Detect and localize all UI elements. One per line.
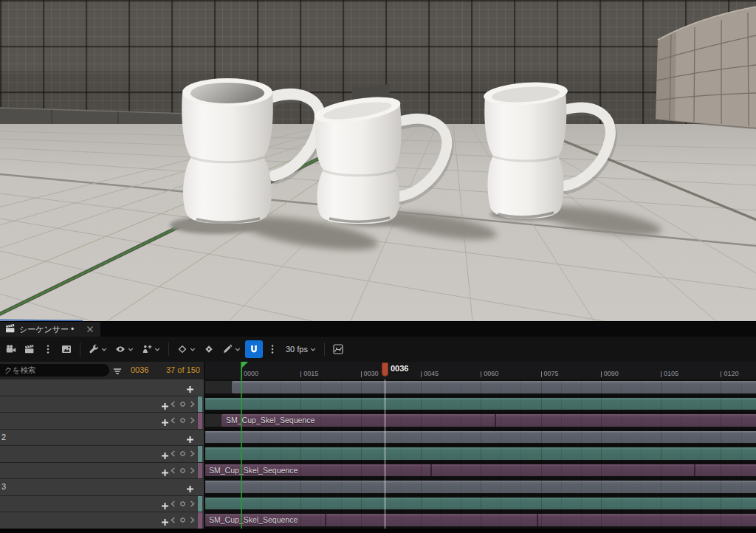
section-divider[interactable] xyxy=(430,464,432,477)
section-divider[interactable] xyxy=(537,514,538,526)
unreal-editor-window: シーケンサー • 30 fps クを検索 0036 37 of 150 0036… xyxy=(0,0,756,533)
next-key-button[interactable] xyxy=(189,450,196,457)
add-key-button[interactable] xyxy=(179,517,186,523)
fps-label: 30 fps xyxy=(286,345,308,354)
pencil-button[interactable] xyxy=(219,340,244,358)
track-area[interactable]: SM_Cup_Skel_SequenceSM_Cup_Skel_Sequence… xyxy=(204,379,756,529)
animation-section-bar[interactable]: SM_Cup_Skel_Sequence xyxy=(221,414,756,427)
add-track-button[interactable] xyxy=(161,416,169,430)
timeline-gridline xyxy=(481,379,481,529)
playhead-pin[interactable] xyxy=(382,362,388,376)
filter-match-count: 37 of 150 xyxy=(166,365,200,374)
next-key-button[interactable] xyxy=(189,417,196,424)
add-track-button[interactable] xyxy=(161,450,169,463)
outliner-object-row[interactable]: 3 xyxy=(0,479,204,496)
add-track-button[interactable] xyxy=(161,516,169,529)
keyframe-nav xyxy=(170,450,196,457)
previous-key-button[interactable] xyxy=(170,401,176,408)
dots-vertical-icon xyxy=(267,344,278,354)
timeline-gridline xyxy=(641,379,642,529)
outliner-track-row[interactable] xyxy=(0,446,204,463)
curve-editor-button[interactable] xyxy=(329,340,347,358)
keyframe-nav xyxy=(170,467,196,474)
outliner-track-row[interactable] xyxy=(0,413,204,430)
section-label: SM_Cup_Skel_Sequence xyxy=(221,414,756,427)
tick-label: 0000 xyxy=(244,371,258,377)
fps-dropdown[interactable]: 30 fps xyxy=(282,340,320,358)
add-track-button[interactable] xyxy=(186,383,194,396)
filter-icon[interactable] xyxy=(113,365,122,379)
key-diamond-icon xyxy=(204,344,214,354)
section-divider[interactable] xyxy=(325,514,326,526)
track-row-label: 3 xyxy=(1,482,6,491)
chevron-down-icon xyxy=(310,347,316,352)
timeline-gridline xyxy=(381,379,382,529)
next-key-button[interactable] xyxy=(189,467,196,474)
curve-editor-icon xyxy=(333,344,343,354)
playback-start-line xyxy=(241,379,242,529)
timeline-gridline xyxy=(441,379,441,529)
diamond-button[interactable] xyxy=(173,340,199,358)
ruler-tick: 0120 xyxy=(721,371,738,377)
section-divider[interactable] xyxy=(694,464,695,477)
cine-camera-button[interactable] xyxy=(2,340,20,358)
outliner-object-row[interactable] xyxy=(0,379,204,396)
add-track-button[interactable] xyxy=(161,467,169,480)
previous-key-button[interactable] xyxy=(170,417,176,424)
add-key-button[interactable] xyxy=(179,401,186,408)
add-track-button[interactable] xyxy=(186,433,194,447)
render-movie-button[interactable] xyxy=(58,340,75,358)
ruler-tick: 0075 xyxy=(541,371,559,377)
next-key-button[interactable] xyxy=(189,401,196,408)
dots-vertical-icon xyxy=(43,344,53,354)
previous-key-button[interactable] xyxy=(170,517,176,523)
next-key-button[interactable] xyxy=(189,501,196,507)
level-viewport[interactable] xyxy=(0,0,756,321)
dots-vertical-button[interactable] xyxy=(264,340,281,358)
purple-track-color-strip xyxy=(198,463,202,479)
gray-track-bar[interactable] xyxy=(232,381,756,393)
toolbar-separator xyxy=(168,343,169,356)
ruler-tick: 0015 xyxy=(300,371,318,377)
outliner-track-row[interactable] xyxy=(0,512,204,529)
add-track-button[interactable] xyxy=(161,400,169,413)
tick-mark xyxy=(361,371,362,377)
search-input[interactable]: クを検索 xyxy=(0,364,109,376)
clapperboard-button[interactable] xyxy=(21,340,38,358)
add-key-button[interactable] xyxy=(179,417,186,424)
current-frame-value[interactable]: 0036 xyxy=(131,365,148,374)
section-divider[interactable] xyxy=(495,414,496,427)
previous-key-button[interactable] xyxy=(170,450,176,457)
add-track-button[interactable] xyxy=(186,483,194,496)
timeline-ruler[interactable]: 0036 00000015003000450060007500900105012… xyxy=(204,362,756,379)
tab-sequencer[interactable]: シーケンサー • xyxy=(0,322,100,337)
add-track-button[interactable] xyxy=(161,500,169,513)
wrench-button[interactable] xyxy=(85,340,111,358)
previous-key-button[interactable] xyxy=(170,467,176,474)
playback-start-flag[interactable] xyxy=(242,362,248,368)
actor-spark-button[interactable] xyxy=(138,340,164,358)
timeline-gridline xyxy=(661,379,662,529)
chevron-down-icon xyxy=(128,347,134,352)
playhead-line[interactable] xyxy=(385,379,385,529)
add-key-button[interactable] xyxy=(179,467,186,474)
teal-track-color-strip xyxy=(198,396,202,413)
sequencer-controlrow: クを検索 0036 37 of 150 0036 000000150030004… xyxy=(0,362,756,379)
outliner-track-row[interactable] xyxy=(0,463,204,480)
outliner-track-row[interactable] xyxy=(0,396,204,413)
add-key-button[interactable] xyxy=(179,450,186,457)
timeline-gridline xyxy=(361,379,362,529)
purple-track-color-strip xyxy=(198,512,202,529)
tick-mark xyxy=(721,371,721,377)
key-diamond-button[interactable] xyxy=(200,340,218,358)
next-key-button[interactable] xyxy=(189,517,196,523)
add-key-button[interactable] xyxy=(179,501,186,507)
eye-button[interactable] xyxy=(111,340,137,358)
magnet-button[interactable] xyxy=(245,340,263,358)
previous-key-button[interactable] xyxy=(170,501,176,507)
dots-vertical-button[interactable] xyxy=(39,340,57,358)
outliner-object-row[interactable]: 2 xyxy=(0,430,204,447)
timeline-gridline xyxy=(601,379,602,529)
close-tab-icon[interactable] xyxy=(86,326,94,333)
outliner-track-row[interactable] xyxy=(0,496,204,513)
